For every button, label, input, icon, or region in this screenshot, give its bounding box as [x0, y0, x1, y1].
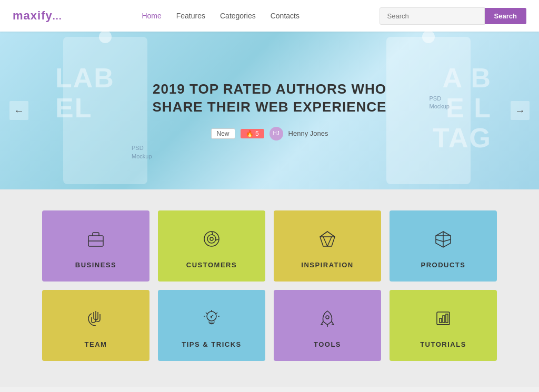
logo-dots: ...	[53, 11, 62, 22]
category-business-label: BUSINESS	[75, 261, 116, 269]
hero-section: LABEL A BE LTAG PSDMockup PSDMockup ← → …	[0, 32, 539, 189]
tag-left-text: LABEL	[55, 63, 115, 123]
categories-section: BUSINESS CUSTOMERS	[0, 189, 539, 387]
svg-point-2	[204, 232, 219, 246]
category-customers-label: CUSTOMERS	[186, 261, 237, 269]
nav-home[interactable]: Home	[142, 12, 161, 20]
lightbulb-icon	[200, 307, 223, 333]
search-button[interactable]: Search	[485, 8, 526, 24]
svg-line-9	[320, 232, 327, 237]
next-arrow[interactable]: →	[511, 101, 530, 120]
author-name: Henny Jones	[288, 129, 328, 137]
svg-point-4	[210, 237, 213, 240]
diamond-icon	[316, 227, 339, 254]
psd-label-right: PSDMockup	[429, 95, 450, 111]
hero-meta: New 🔥 5 HJ Henny Jones	[153, 127, 387, 140]
main-nav: Home Features Categories Contacts	[142, 12, 300, 20]
nav-features[interactable]: Features	[176, 12, 205, 20]
nav-contacts[interactable]: Contacts	[271, 12, 300, 20]
badge-fire: 🔥 5	[241, 129, 264, 138]
badge-new: New	[211, 128, 235, 139]
logo: maxify...	[13, 9, 62, 23]
category-team[interactable]: TEAM	[42, 290, 149, 361]
category-inspiration-label: INSPIRATION	[301, 261, 353, 269]
search-input[interactable]	[380, 7, 485, 25]
chart-icon	[432, 307, 455, 333]
category-team-label: TEAM	[85, 340, 107, 348]
category-products-label: PRODUCTS	[421, 261, 466, 269]
category-tips-tricks-label: TIPS & TRICKS	[182, 340, 241, 348]
category-tips-tricks[interactable]: TIPS & TRICKS	[158, 290, 265, 361]
header: maxify... Home Features Categories Conta…	[0, 0, 539, 32]
category-products[interactable]: PRODUCTS	[390, 210, 497, 282]
svg-rect-29	[443, 316, 445, 323]
svg-line-15	[443, 239, 451, 242]
category-tutorials-label: TUTORIALS	[420, 340, 466, 348]
svg-line-7	[323, 237, 327, 246]
svg-line-14	[436, 239, 443, 242]
psd-label-left: PSDMockup	[132, 144, 152, 160]
svg-rect-30	[446, 314, 448, 323]
briefcase-icon	[84, 227, 107, 254]
category-tools-label: TOOLS	[314, 340, 341, 348]
target-icon	[200, 227, 223, 254]
category-business[interactable]: BUSINESS	[42, 210, 149, 282]
categories-grid: BUSINESS CUSTOMERS	[42, 210, 497, 361]
category-inspiration[interactable]: INSPIRATION	[274, 210, 381, 282]
hero-content: 2019 TOP RATED AUTHORS WHO SHARE THEIR W…	[153, 81, 387, 140]
category-tutorials[interactable]: TUTORIALS	[390, 290, 497, 361]
svg-point-3	[207, 235, 216, 243]
rocket-icon	[316, 307, 339, 333]
svg-marker-5	[320, 232, 335, 246]
svg-line-10	[327, 232, 335, 237]
svg-line-8	[327, 237, 332, 246]
svg-line-20	[216, 313, 217, 314]
search-area: Search	[380, 7, 526, 25]
hero-title: 2019 TOP RATED AUTHORS WHO SHARE THEIR W…	[153, 81, 387, 116]
svg-point-25	[326, 316, 329, 319]
hand-icon	[84, 307, 107, 333]
nav-categories[interactable]: Categories	[220, 12, 256, 20]
svg-rect-28	[440, 318, 442, 323]
author-avatar: HJ	[270, 127, 283, 140]
logo-text: maxify	[13, 9, 53, 22]
svg-line-19	[206, 313, 207, 314]
category-tools[interactable]: TOOLS	[274, 290, 381, 361]
box-icon	[432, 227, 455, 254]
prev-arrow[interactable]: ←	[9, 101, 28, 120]
category-customers[interactable]: CUSTOMERS	[158, 210, 265, 282]
